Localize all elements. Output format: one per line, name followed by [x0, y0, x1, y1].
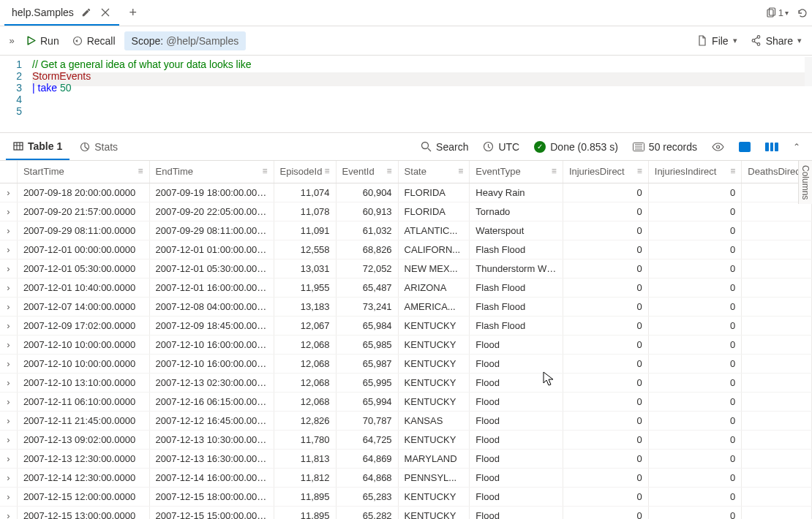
col-starttime[interactable]: StartTime≡ — [17, 161, 149, 183]
expand-row-icon[interactable]: › — [0, 411, 17, 430]
undo-icon[interactable] — [796, 7, 808, 19]
table-row[interactable]: ›2007-12-15 13:00:00.00002007-12-15 15:0… — [0, 506, 812, 519]
tab-help-samples[interactable]: help.Samples — [4, 0, 119, 26]
tab-table[interactable]: Table 1 — [6, 133, 69, 160]
status-done: ✓ Done (0.853 s) — [528, 141, 624, 153]
code-editor[interactable]: 1// Get a general idea of what your data… — [0, 56, 812, 133]
table-row[interactable]: ›2007-09-29 08:11:00.00002007-09-29 08:1… — [0, 221, 812, 240]
cell-deathsdirect — [742, 297, 812, 316]
table-row[interactable]: ›2007-09-20 21:57:00.00002007-09-20 22:0… — [0, 202, 812, 221]
file-button[interactable]: File ▾ — [693, 32, 742, 50]
expand-row-icon[interactable]: › — [0, 297, 17, 316]
cell-state: FLORIDA — [398, 202, 470, 221]
expand-row-icon[interactable]: › — [0, 316, 17, 335]
col-episodeid[interactable]: EpisodeId≡ — [274, 161, 336, 183]
expand-row-icon[interactable]: › — [0, 354, 17, 373]
cell-episodeid: 12,068 — [274, 354, 336, 373]
file-label: File — [712, 35, 729, 47]
expand-row-icon[interactable]: › — [0, 240, 17, 259]
table-row[interactable]: ›2007-12-01 10:40:00.00002007-12-01 16:0… — [0, 278, 812, 297]
table-row[interactable]: ›2007-12-13 12:30:00.00002007-12-13 16:3… — [0, 449, 812, 468]
share-button[interactable]: Share ▾ — [746, 32, 806, 50]
expand-row-icon[interactable]: › — [0, 221, 17, 240]
expand-row-icon[interactable]: › — [0, 506, 17, 519]
table-row[interactable]: ›2007-12-13 09:02:00.00002007-12-13 10:3… — [0, 430, 812, 449]
expand-row-icon[interactable]: › — [0, 278, 17, 297]
table-row[interactable]: ›2007-12-11 21:45:00.00002007-12-12 16:4… — [0, 411, 812, 430]
run-button[interactable]: Run — [22, 32, 64, 50]
expand-row-icon[interactable]: › — [0, 449, 17, 468]
table-row[interactable]: ›2007-12-01 05:30:00.00002007-12-01 05:3… — [0, 259, 812, 278]
table-row[interactable]: ›2007-12-10 10:00:00.00002007-12-10 16:0… — [0, 354, 812, 373]
expand-row-icon[interactable]: › — [0, 259, 17, 278]
cell-eventtype: Flash Flood — [470, 297, 563, 316]
clock-icon — [483, 141, 494, 152]
expand-row-icon[interactable]: › — [0, 430, 17, 449]
expand-row-icon[interactable]: › — [0, 487, 17, 506]
cell-episodeid: 11,074 — [274, 183, 336, 202]
table-row[interactable]: ›2007-12-10 13:10:00.00002007-12-13 02:3… — [0, 373, 812, 392]
minimap[interactable] — [805, 57, 812, 86]
cell-state: KENTUCKY — [398, 506, 470, 519]
cell-injuriesindirect: 0 — [648, 506, 742, 519]
expand-row-icon[interactable]: › — [0, 183, 17, 202]
scope-label: Scope: — [132, 35, 164, 47]
tab-stats[interactable]: Stats — [72, 133, 125, 160]
cell-state: PENNSYL... — [398, 468, 470, 487]
recall-label: Recall — [87, 35, 116, 47]
duplicate-button[interactable]: 1 ▾ — [765, 7, 789, 19]
scope-pill[interactable]: Scope: @help/Samples — [124, 31, 247, 50]
table-row[interactable]: ›2007-12-07 14:00:00.00002007-12-08 04:0… — [0, 297, 812, 316]
cell-injuriesdirect: 0 — [563, 506, 648, 519]
expand-row-icon[interactable]: › — [0, 392, 17, 411]
table-row[interactable]: ›2007-12-14 12:30:00.00002007-12-14 16:0… — [0, 468, 812, 487]
col-injuriesdirect[interactable]: InjuriesDirect≡ — [563, 161, 648, 183]
cell-endtime: 2007-12-12 16:45:00.0000 — [149, 411, 274, 430]
eye-icon — [712, 143, 724, 151]
col-injuriesindirect[interactable]: InjuriesIndirect≡ — [648, 161, 742, 183]
columns-button[interactable] — [759, 143, 784, 151]
expand-row-icon[interactable]: › — [0, 202, 17, 221]
cell-episodeid: 12,068 — [274, 373, 336, 392]
cell-injuriesindirect: 0 — [648, 183, 742, 202]
col-eventtype[interactable]: EventType≡ — [470, 161, 563, 183]
cell-eventtype: Tornado — [470, 202, 563, 221]
cell-starttime: 2007-12-13 12:30:00.0000 — [17, 449, 149, 468]
cell-starttime: 2007-09-20 21:57:00.0000 — [17, 202, 149, 221]
cell-injuriesdirect: 0 — [563, 183, 648, 202]
timezone-button[interactable]: UTC — [477, 141, 525, 153]
table-row[interactable]: ›2007-12-09 17:02:00.00002007-12-09 18:4… — [0, 316, 812, 335]
cell-eventid: 61,032 — [336, 221, 398, 240]
col-state[interactable]: State≡ — [398, 161, 470, 183]
color-button[interactable] — [733, 142, 756, 152]
cell-deathsdirect — [742, 240, 812, 259]
add-tab-button[interactable]: + — [127, 7, 140, 20]
table-row[interactable]: ›2007-12-15 12:00:00.00002007-12-15 18:0… — [0, 487, 812, 506]
table-row[interactable]: ›2007-12-11 06:10:00.00002007-12-16 06:1… — [0, 392, 812, 411]
cell-eventid: 60,913 — [336, 202, 398, 221]
cell-starttime: 2007-12-11 21:45:00.0000 — [17, 411, 149, 430]
table-row[interactable]: ›2007-12-10 10:00:00.00002007-12-10 16:0… — [0, 335, 812, 354]
cell-episodeid: 11,955 — [274, 278, 336, 297]
cell-eventid: 65,283 — [336, 487, 398, 506]
expand-row-icon[interactable]: › — [0, 468, 17, 487]
col-endtime[interactable]: EndTime≡ — [149, 161, 274, 183]
expand-button[interactable]: ⌃ — [787, 142, 806, 152]
expand-row-icon[interactable]: › — [0, 373, 17, 392]
chevrons-icon[interactable]: » — [6, 35, 18, 46]
cell-episodeid: 11,812 — [274, 468, 336, 487]
table-row[interactable]: ›2007-12-01 00:00:00.00002007-12-01 01:0… — [0, 240, 812, 259]
close-icon[interactable] — [99, 6, 112, 19]
search-button[interactable]: Search — [415, 141, 474, 153]
pencil-icon[interactable] — [80, 6, 93, 19]
col-eventid[interactable]: EventId≡ — [336, 161, 398, 183]
recall-button[interactable]: Recall — [68, 32, 120, 50]
columns-sidebar[interactable]: Columns — [798, 161, 812, 204]
results-grid[interactable]: StartTime≡ EndTime≡ EpisodeId≡ EventId≡ … — [0, 161, 812, 519]
eye-button[interactable] — [706, 143, 730, 151]
cell-endtime: 2007-12-01 05:30:00.0000 — [149, 259, 274, 278]
cell-state: KANSAS — [398, 411, 470, 430]
check-circle-icon: ✓ — [534, 141, 546, 153]
table-row[interactable]: ›2007-09-18 20:00:00.00002007-09-19 18:0… — [0, 183, 812, 202]
expand-row-icon[interactable]: › — [0, 335, 17, 354]
